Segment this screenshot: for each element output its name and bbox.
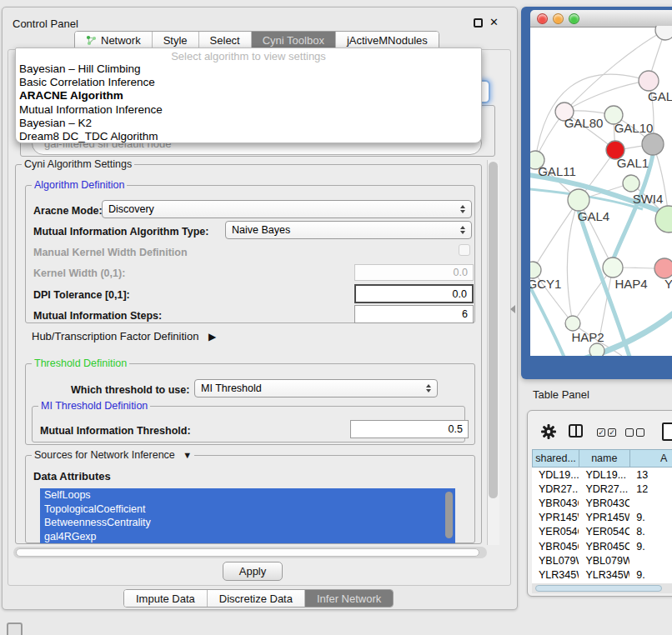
list-scrollbar-thumb[interactable]	[445, 492, 453, 538]
column-header-A[interactable]: A	[629, 449, 672, 468]
tab-network[interactable]: Network	[75, 32, 153, 49]
which-threshold-combo[interactable]: MI Threshold	[194, 379, 438, 398]
algorithm-option[interactable]: Mutual Information Inference	[16, 103, 481, 117]
sources-group-title[interactable]: Sources for Network Inference ▼	[32, 449, 194, 461]
close-icon[interactable]: ✕	[489, 16, 499, 28]
kernel-width-field[interactable]: 0.0	[354, 264, 474, 281]
network-node-gal[interactable]	[639, 71, 659, 91]
aracne-mode-value: Discovery	[108, 203, 154, 215]
table-cell: YBR045C	[532, 541, 579, 552]
tab-cyni-toolbox[interactable]: Cyni Toolbox	[252, 32, 336, 49]
network-node-gal4[interactable]	[568, 189, 589, 211]
checked-checkbox-icon[interactable]: ✓	[608, 428, 616, 437]
table-row[interactable]: YPR145WYPR145W9.	[532, 511, 672, 525]
data-attribute-item[interactable]: BetweennessCentrality	[40, 516, 455, 530]
mi-threshold-field[interactable]: 0.5	[350, 420, 469, 438]
network-node-label: GAL	[648, 89, 672, 103]
network-node[interactable]	[589, 343, 604, 356]
column-header-name[interactable]: name	[579, 449, 629, 468]
data-attributes-list[interactable]: SelfLoopsTopologicalCoefficientBetweenne…	[40, 488, 455, 543]
table-row[interactable]: YBL079WYBL079W	[532, 553, 672, 568]
collapsed-arrow-icon: ▶	[208, 331, 216, 342]
table-cell: YBR045C	[579, 541, 629, 552]
split-columns-icon[interactable]	[569, 424, 583, 438]
network-node-label: HAP2	[571, 330, 604, 344]
algorithm-option[interactable]: Bayesian – K2	[16, 117, 481, 130]
tab-label: Select	[210, 34, 240, 47]
settings-vscrollbar-thumb[interactable]	[489, 162, 498, 498]
table-row[interactable]: YBR043CYBR043C	[532, 496, 672, 510]
table-row[interactable]: YBR045CYBR045C9.	[532, 539, 672, 553]
zoom-traffic-light-icon[interactable]	[569, 13, 579, 24]
data-attribute-item[interactable]: gal4RGexp	[40, 530, 455, 544]
unchecked-checkbox-icon[interactable]	[636, 428, 644, 437]
minimize-traffic-light-icon[interactable]	[553, 13, 564, 24]
table-hscrollbar-thumb[interactable]	[535, 585, 662, 592]
hub-tf-definition-label: Hub/Transcription Factor Definition	[32, 330, 198, 342]
data-attribute-item[interactable]: TopologicalCoefficient	[40, 502, 455, 517]
mi-steps-value: 6	[462, 308, 468, 320]
manual-kernel-label: Manual Kernel Width Definition	[33, 247, 188, 258]
table-cell: YBR043C	[579, 498, 629, 509]
table-row[interactable]: YLR345WYLR345W9.	[532, 568, 672, 582]
document-icon[interactable]	[662, 422, 672, 441]
bottom-tab-discretize-data[interactable]: Discretize Data	[208, 590, 305, 607]
table-cell: YDL19...	[532, 469, 579, 481]
network-node-label: GAL4	[578, 209, 609, 223]
table-row[interactable]: YDR27...YDR27...12	[532, 482, 672, 496]
gear-icon[interactable]	[541, 424, 556, 439]
manual-kernel-checkbox[interactable]	[459, 244, 470, 256]
bottom-tab-infer-network[interactable]: Infer Network	[305, 590, 393, 607]
settings-hscrollbar-thumb[interactable]	[16, 548, 479, 557]
algorithm-option[interactable]: ARACNE Algorithm	[16, 89, 481, 102]
data-attributes-label: Data Attributes	[33, 470, 111, 482]
kernel-width-label: Kernel Width (0,1):	[33, 268, 125, 279]
network-node-gcy1[interactable]	[530, 262, 541, 278]
table-cell: YPR145W	[532, 512, 579, 523]
combo-arrows-icon	[426, 384, 431, 393]
kernel-width-value: 0.0	[454, 267, 468, 278]
algorithm-option[interactable]: Basic Correlation Inference	[16, 76, 481, 89]
table-row[interactable]: YER054CYER054C8.	[532, 525, 672, 539]
dpi-tolerance-field[interactable]: 0.0	[354, 284, 474, 303]
data-attribute-item[interactable]: SelfLoops	[40, 488, 455, 502]
mi-algorithm-type-combo[interactable]: Naive Bayes	[225, 221, 472, 239]
table-row[interactable]: YDL19...YDL19...13	[532, 468, 672, 482]
mi-steps-field[interactable]: 6	[354, 305, 474, 323]
collapsed-panel-icon[interactable]	[7, 622, 23, 635]
dpi-tolerance-value: 0.0	[453, 288, 467, 300]
unchecked-checkbox-icon[interactable]	[625, 428, 634, 437]
algorithm-option[interactable]: Bayesian – Hill Climbing	[16, 62, 481, 76]
aracne-mode-combo[interactable]: Discovery	[102, 200, 472, 218]
splitter-collapse-arrow-icon[interactable]	[510, 305, 515, 313]
table-cell: YDR27...	[579, 483, 629, 495]
tab-select[interactable]: Select	[199, 32, 252, 49]
network-node[interactable]	[642, 133, 664, 155]
column-header-shared[interactable]: shared...	[532, 449, 579, 468]
tab-style[interactable]: Style	[153, 32, 199, 49]
hub-tf-definition-toggle[interactable]: Hub/Transcription Factor Definition ▶	[32, 330, 216, 342]
table-hscrollbar[interactable]	[532, 583, 672, 593]
tab-jactivemnodules[interactable]: jActiveMNodules	[336, 32, 439, 49]
network-window-titlebar[interactable]	[530, 10, 672, 28]
node-table: shared...nameA YDL19...YDL19...13YDR27..…	[532, 449, 672, 583]
which-threshold-value: MI Threshold	[201, 382, 262, 394]
network-node-hap4[interactable]	[603, 258, 623, 278]
close-traffic-light-icon[interactable]	[537, 13, 548, 24]
network-node-label: GAL11	[538, 164, 576, 178]
algorithm-popup: Select algorithm to view settings Bayesi…	[15, 48, 482, 143]
apply-button[interactable]: Apply	[223, 562, 283, 581]
network-node-swi4[interactable]	[623, 175, 639, 192]
network-node-hap2[interactable]	[565, 316, 580, 331]
network-node[interactable]	[655, 26, 672, 40]
network-node-y[interactable]	[654, 258, 672, 278]
table-cell: YLR345W	[532, 569, 579, 581]
float-window-icon[interactable]	[474, 18, 483, 28]
algorithm-option[interactable]: Dream8 DC_TDC Algorithm	[16, 130, 481, 143]
mi-steps-label: Mutual Information Steps:	[33, 310, 162, 322]
network-node-label: GAL1	[617, 156, 649, 170]
apply-button-label: Apply	[239, 565, 267, 578]
checked-checkbox-icon[interactable]: ✓	[597, 428, 605, 437]
network-graph[interactable]: GALGAL80GAL10GAL1GAL11GAL4SWI4GCY1HAP4YH…	[530, 26, 672, 356]
bottom-tab-impute-data[interactable]: Impute Data	[124, 590, 208, 607]
